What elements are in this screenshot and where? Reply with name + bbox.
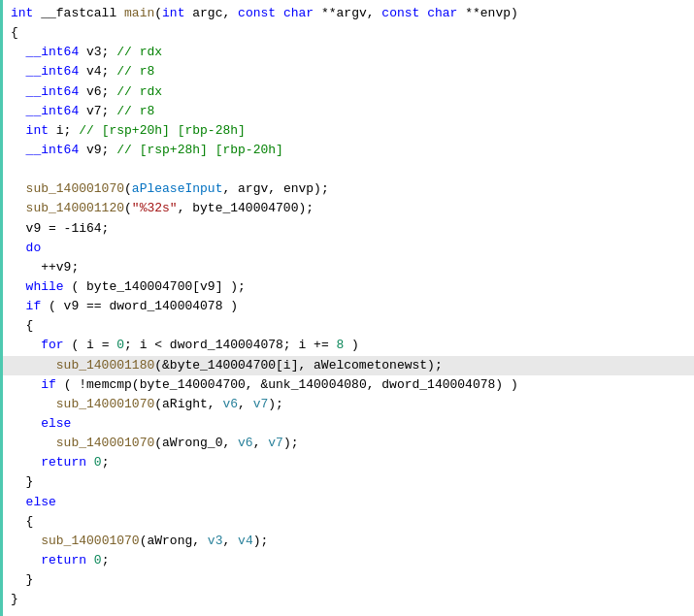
code-token xyxy=(11,553,41,567)
code-token: v3; xyxy=(86,45,116,59)
code-token: sub_140001070 xyxy=(56,436,154,450)
code-token: ; xyxy=(102,455,110,470)
code-token: **argv, xyxy=(314,6,381,20)
code-token: argc, xyxy=(184,6,238,20)
code-token: { xyxy=(11,25,18,40)
code-token: } xyxy=(11,572,33,587)
code-token: int xyxy=(11,6,33,20)
code-token: v7 xyxy=(253,397,269,411)
code-line: } xyxy=(3,570,694,590)
code-token: v4; xyxy=(86,64,116,79)
code-token: return xyxy=(41,553,86,567)
code-token: return xyxy=(41,455,86,470)
code-token xyxy=(11,495,26,509)
code-token: __int64 xyxy=(11,104,86,118)
code-token: ) xyxy=(344,338,359,352)
code-line xyxy=(3,160,694,179)
code-token: v6 xyxy=(238,436,253,450)
code-token: v4 xyxy=(238,534,253,548)
code-token: __int64 xyxy=(11,45,86,59)
code-line: return 0; xyxy=(3,551,694,570)
code-token xyxy=(11,436,56,450)
code-token xyxy=(11,397,56,411)
code-token: ; xyxy=(102,553,110,567)
code-token: { xyxy=(11,514,33,529)
code-token: (aRight, xyxy=(154,397,222,411)
code-token xyxy=(11,279,26,294)
code-line: int __fastcall main(int argc, const char… xyxy=(3,4,694,23)
code-token: v3 xyxy=(208,534,223,548)
code-token: // r8 xyxy=(116,104,154,118)
code-token: ); xyxy=(253,534,269,548)
code-line: sub_140001120("%32s", byte_140004700); xyxy=(3,199,694,218)
code-token: char xyxy=(283,6,314,20)
code-token: __int64 xyxy=(11,64,86,79)
code-token: __int64 xyxy=(11,84,86,99)
code-token: const xyxy=(381,6,419,20)
code-token xyxy=(11,181,26,196)
code-line: } xyxy=(3,472,694,492)
code-token: int xyxy=(162,6,184,20)
code-line: { xyxy=(3,23,694,43)
code-token: ( byte_140004700[v9] ); xyxy=(64,279,246,294)
code-token xyxy=(86,553,94,567)
code-token: } xyxy=(11,474,33,489)
code-line: ++v9; xyxy=(3,258,694,277)
code-token: __int64 xyxy=(11,143,86,157)
code-line: sub_140001070(aWrong_0, v6, v7); xyxy=(3,434,694,453)
code-token: ( xyxy=(124,181,132,196)
code-token xyxy=(11,338,41,352)
code-token: sub_140001070 xyxy=(56,397,154,411)
code-line: sub_140001180(&byte_140004700[i], aWelco… xyxy=(3,356,694,375)
code-line: if ( v9 == dword_140004078 ) xyxy=(3,297,694,316)
code-token: v9 = -1i64; xyxy=(11,221,109,236)
code-line: do xyxy=(3,239,694,258)
code-token: sub_140001120 xyxy=(26,201,124,215)
code-token: 0 xyxy=(116,338,124,352)
code-token xyxy=(11,299,26,313)
code-line: __int64 v4; // r8 xyxy=(3,62,694,81)
code-token xyxy=(11,377,41,392)
code-token: ( v9 == dword_140004078 ) xyxy=(41,299,238,313)
code-token: else xyxy=(26,495,56,509)
code-token: for xyxy=(41,338,63,352)
code-token: __fastcall xyxy=(33,6,124,20)
code-token: ( i = xyxy=(64,338,117,352)
code-line: __int64 v9; // [rsp+28h] [rbp-20h] xyxy=(3,141,694,160)
code-token: // [rsp+28h] [rbp-20h] xyxy=(116,143,283,157)
code-line: __int64 v7; // r8 xyxy=(3,102,694,121)
code-token: ); xyxy=(268,397,283,411)
code-line: { xyxy=(3,512,694,532)
code-line: { xyxy=(3,316,694,336)
code-token xyxy=(86,455,94,470)
code-token xyxy=(11,241,26,255)
code-token: } xyxy=(11,592,18,606)
code-token: // [rsp+20h] [rbp-28h] xyxy=(79,123,246,138)
code-token: sub_140001070 xyxy=(26,181,124,196)
code-token: { xyxy=(11,318,33,333)
code-line: __int64 v6; // rdx xyxy=(3,82,694,102)
code-token: // r8 xyxy=(116,64,154,79)
code-token: v9; xyxy=(86,143,116,157)
code-token: sub_140001180 xyxy=(56,358,154,373)
code-token: ; i < dword_140004078; i += xyxy=(124,338,336,352)
code-token xyxy=(11,534,41,548)
code-token: ( !memcmp(byte_140004700, &unk_140004080… xyxy=(56,377,518,392)
code-token: , xyxy=(222,534,238,548)
code-token: (&byte_140004700[i], aWelcometonewst); xyxy=(154,358,442,373)
code-token xyxy=(11,416,41,431)
code-token: ++v9; xyxy=(11,260,79,275)
code-token: 0 xyxy=(94,553,102,567)
code-token: // rdx xyxy=(116,84,162,99)
code-token: do xyxy=(26,241,42,255)
code-line: else xyxy=(3,414,694,434)
code-token: "%32s" xyxy=(132,201,178,215)
code-token: char xyxy=(427,6,457,20)
code-token: v7; xyxy=(86,104,116,118)
code-token: ( xyxy=(154,6,162,20)
code-token: else xyxy=(41,416,71,431)
code-line: while ( byte_140004700[v9] ); xyxy=(3,277,694,297)
code-token xyxy=(276,6,283,20)
code-token: int xyxy=(26,123,49,138)
code-token: , xyxy=(253,436,269,450)
